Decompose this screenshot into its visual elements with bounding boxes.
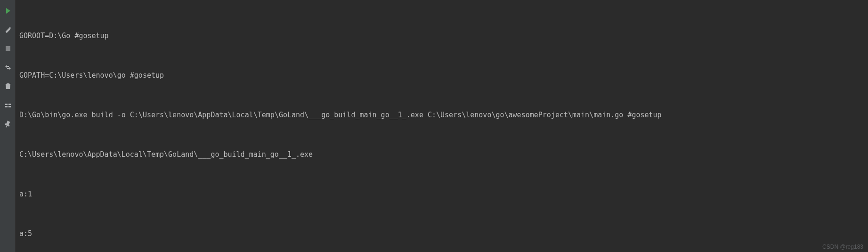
svg-rect-3 <box>5 106 8 107</box>
layout-icon <box>4 64 12 73</box>
pin-button[interactable] <box>0 115 16 134</box>
rerun-button[interactable] <box>0 2 16 21</box>
console-output[interactable]: GOROOT=D:\Go #gosetup GOPATH=C:\Users\le… <box>16 0 868 252</box>
trash-icon <box>4 82 12 92</box>
watermark: CSDN @reg183 <box>822 244 863 250</box>
split-icon <box>4 101 12 111</box>
run-toolbar <box>0 0 16 252</box>
svg-rect-4 <box>8 106 11 107</box>
pin-icon <box>4 120 12 130</box>
stop-button[interactable] <box>0 40 16 59</box>
console-line: GOROOT=D:\Go #gosetup <box>19 29 864 42</box>
wrench-icon <box>4 26 12 36</box>
softwrap-button[interactable] <box>0 97 16 115</box>
console-line: a:5 <box>19 227 864 240</box>
svg-rect-0 <box>6 46 10 51</box>
console-line: GOPATH=C:\Users\lenovo\go #gosetup <box>19 69 864 82</box>
console-line: a:1 <box>19 187 864 201</box>
console-line: D:\Go\bin\go.exe build -o C:\Users\lenov… <box>19 108 864 122</box>
console-line: C:\Users\lenovo\AppData\Local\Temp\GoLan… <box>19 148 864 161</box>
play-icon <box>4 7 12 17</box>
stop-icon <box>4 45 12 55</box>
svg-rect-1 <box>5 104 8 105</box>
layout-button[interactable] <box>0 59 16 78</box>
clear-button[interactable] <box>0 78 16 97</box>
svg-rect-2 <box>8 104 11 105</box>
settings-button[interactable] <box>0 21 16 40</box>
